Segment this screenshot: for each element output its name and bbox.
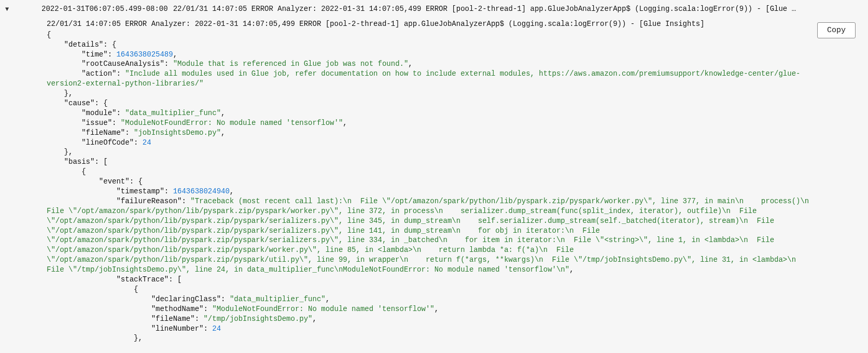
log-detail-block: Copy 22/01/31 14:07:05 ERROR Analyzer: 2… — [0, 17, 868, 343]
log-summary-row[interactable]: ▼ 2022-01-31T06:07:05.499-08:00 22/01/31… — [0, 4, 868, 14]
log-timestamp: 2022-01-31T06:07:05.499-08:00 — [16, 4, 168, 14]
log-json-body: { "details": { "time": 1643638025489, "r… — [47, 30, 821, 344]
copy-button[interactable]: Copy — [817, 22, 856, 38]
log-summary-text: 22/01/31 14:07:05 ERROR Analyzer: 2022-0… — [168, 4, 863, 14]
expand-toggle-icon[interactable]: ▼ — [5, 4, 16, 13]
log-detail-header: 22/01/31 14:07:05 ERROR Analyzer: 2022-0… — [47, 19, 821, 29]
